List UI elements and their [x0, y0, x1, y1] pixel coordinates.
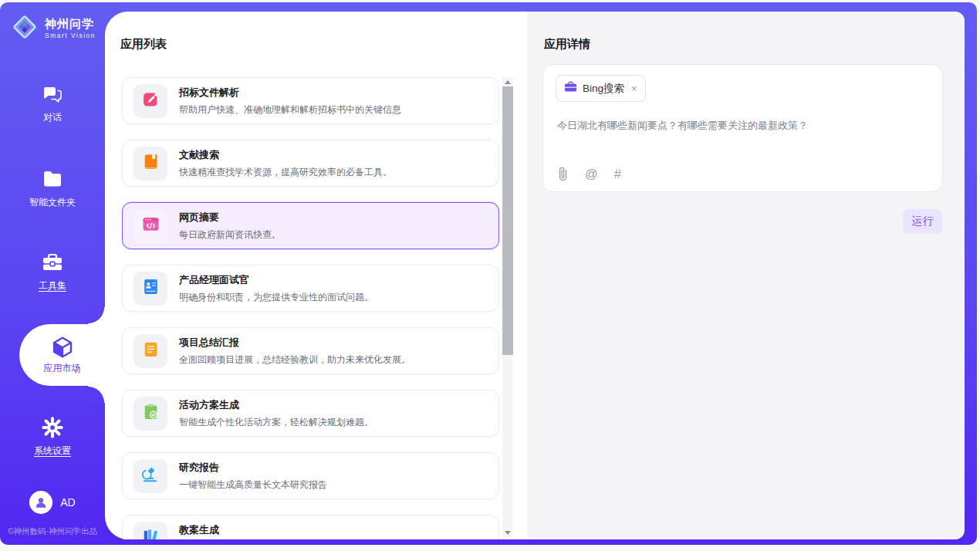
folder-icon — [42, 167, 63, 191]
app-card-list: 招标文件解析 帮助用户快速、准确地理解和解析招标书中的关键信息 文献搜索 快速精… — [122, 66, 499, 539]
app-card[interactable]: 研究报告 一键智能生成高质量长文本研究报告 — [122, 452, 499, 499]
paperclip-icon[interactable] — [557, 167, 569, 181]
app-card-title: 文献搜索 — [179, 148, 392, 162]
sidebar-item-app-market[interactable]: 应用市场 — [19, 324, 105, 386]
copyright-text: ©神州数码·神州问学出品 — [0, 526, 105, 537]
app-card-title: 教案生成 — [179, 523, 364, 537]
app-card-description: 帮助用户快速、准确地理解和解析招标书中的关键信息 — [179, 103, 401, 117]
app-list-title: 应用列表 — [120, 37, 167, 52]
app-card[interactable]: 网页摘要 每日政府新闻资讯快查。 — [122, 202, 499, 249]
bubble-notch-top — [88, 307, 105, 324]
app-detail-title: 应用详情 — [544, 37, 590, 52]
sidebar-item-2[interactable]: 工具集 — [0, 251, 105, 292]
book-icon — [141, 152, 161, 174]
app-card[interactable]: 招标文件解析 帮助用户快速、准确地理解和解析招标书中的关键信息 — [122, 77, 499, 124]
notepad-icon — [141, 340, 161, 362]
app-card[interactable]: 项目总结汇报 全面回顾项目进展，总结经验教训，助力未来优化发展。 — [122, 327, 499, 374]
app-window: 神州问学 Smart Vision 对话 智能文件夹 工具集 系统设置 — [0, 0, 980, 551]
sidebar-item-1[interactable]: 智能文件夹 — [0, 167, 105, 209]
query-input[interactable]: 今日湖北有哪些新闻要点？有哪些需要关注的最新政策？ — [557, 119, 928, 133]
app-card[interactable]: 产品经理面试官 明确身份和职责，为您提供专业性的面试问题。 — [122, 265, 499, 312]
scrollbar-thumb[interactable] — [502, 86, 513, 355]
user-initials: AD — [60, 496, 75, 509]
app-card[interactable]: 活动方案生成 智能生成个性化活动方案，轻松解决规划难题。 — [122, 390, 499, 437]
app-card-description: 明确身份和职责，为您提供专业性的面试问题。 — [179, 291, 373, 304]
books-icon — [141, 527, 161, 539]
brand-name: 神州问学 — [45, 18, 96, 31]
clipboard-check-icon — [141, 402, 161, 424]
app-card-title: 网页摘要 — [179, 211, 281, 225]
app-frame: 神州问学 Smart Vision 对话 智能文件夹 工具集 系统设置 — [0, 2, 977, 545]
scrollbar[interactable] — [502, 77, 513, 537]
app-icon-tile — [133, 459, 167, 493]
sidebar-item-0[interactable]: 对话 — [0, 83, 105, 124]
bubble-notch-bottom — [88, 386, 105, 403]
prompt-card: Bing搜索 × 今日湖北有哪些新闻要点？有哪些需要关注的最新政策？ @ # — [542, 64, 943, 192]
gem-logo-icon — [11, 13, 39, 44]
app-icon-tile — [133, 209, 167, 243]
app-icon-tile — [133, 334, 167, 368]
app-icon-tile — [133, 397, 167, 431]
hash-icon[interactable]: # — [614, 167, 621, 181]
app-icon-tile — [133, 272, 167, 306]
sidebar-item-label: 应用市场 — [44, 362, 81, 375]
toolbox-icon — [41, 251, 64, 274]
app-card-title: 项目总结汇报 — [179, 336, 411, 350]
scroll-up-arrow-icon[interactable] — [502, 77, 513, 86]
avatar — [29, 491, 52, 514]
tool-chip-bing-search[interactable]: Bing搜索 × — [556, 75, 646, 102]
app-list-panel: 应用列表 招标文件解析 帮助用户快速、准确地理解和解析招标书中的关键信息 文献搜… — [105, 12, 527, 539]
chat-icon — [42, 83, 63, 106]
briefcase-icon — [564, 81, 577, 96]
app-icon-tile — [133, 84, 167, 118]
app-card-title: 活动方案生成 — [179, 398, 373, 412]
app-card-description: 全面回顾项目进展，总结经验教训，助力未来优化发展。 — [179, 353, 411, 367]
resume-icon — [141, 277, 161, 299]
app-card[interactable]: 文献搜索 快速精准查找学术资源，提高研究效率的必备工具。 — [122, 140, 499, 187]
user-account[interactable]: AD — [0, 491, 105, 514]
app-card-description: 智能生成个性化活动方案，轻松解决规划难题。 — [179, 416, 373, 429]
sidebar: 神州问学 Smart Vision 对话 智能文件夹 工具集 系统设置 — [0, 2, 105, 545]
sidebar-item-4[interactable]: 系统设置 — [0, 416, 105, 458]
scroll-down-arrow-icon[interactable] — [502, 528, 513, 537]
app-card[interactable]: 教案生成 模板驱动，教案秒成，教学准备从此轻松快捷 — [122, 515, 499, 539]
app-icon-tile — [133, 522, 167, 540]
app-card-title: 产品经理面试官 — [179, 273, 373, 287]
app-card-title: 研究报告 — [179, 461, 327, 475]
app-card-description: 快速精准查找学术资源，提高研究效率的必备工具。 — [179, 166, 392, 179]
app-card-description: 一键智能生成高质量长文本研究报告 — [179, 478, 327, 492]
brand-subtitle: Smart Vision — [45, 32, 96, 39]
cube-icon — [50, 336, 75, 359]
close-icon[interactable]: × — [631, 83, 637, 94]
app-card-description: 每日政府新闻资讯快查。 — [179, 228, 281, 242]
microscope-icon — [141, 465, 161, 487]
composer-toolbar: @ # — [557, 167, 621, 181]
app-icon-tile — [133, 147, 167, 181]
tool-chip-label: Bing搜索 — [583, 82, 624, 96]
edit-square-icon — [141, 90, 161, 112]
content-area: 应用列表 招标文件解析 帮助用户快速、准确地理解和解析招标书中的关键信息 文献搜… — [105, 12, 965, 539]
web-code-icon — [141, 215, 161, 237]
app-card-title: 招标文件解析 — [179, 86, 401, 100]
app-detail-panel: 应用详情 Bing搜索 × 今日湖北有哪些新闻要点？有哪 — [527, 12, 965, 539]
gear-icon — [41, 416, 64, 439]
brand-logo: 神州问学 Smart Vision — [11, 13, 96, 44]
run-button[interactable]: 运行 — [903, 209, 942, 234]
at-icon[interactable]: @ — [585, 167, 598, 181]
